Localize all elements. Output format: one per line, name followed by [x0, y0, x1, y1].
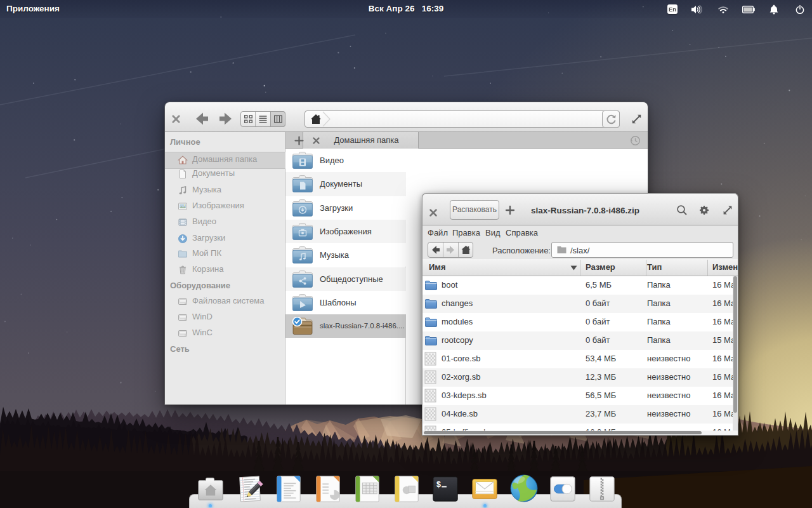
- svg-text:$: $: [436, 481, 441, 490]
